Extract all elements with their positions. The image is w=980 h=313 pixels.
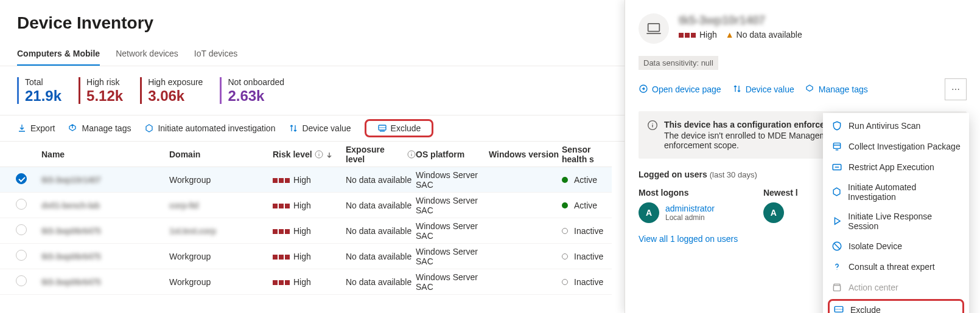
tab-computers-mobile[interactable]: Computers & Mobile xyxy=(17,46,100,66)
cell-name: tk5-3wp06r6475 xyxy=(41,226,169,236)
col-exposure[interactable]: Exposure level xyxy=(346,145,416,164)
table-row[interactable]: tk5-3wp06r6475 1st.test.corp High No dat… xyxy=(0,218,612,244)
stat-high-risk[interactable]: High risk 5.12k xyxy=(79,77,123,104)
row-checkbox[interactable] xyxy=(16,275,27,286)
menu-item-label: Isolate Device xyxy=(849,241,902,251)
exclude-icon xyxy=(833,304,844,313)
row-checkbox[interactable] xyxy=(16,224,27,235)
cell-domain: Workgroup xyxy=(169,252,273,261)
stat-total[interactable]: Total 21.9k xyxy=(17,77,61,104)
ellipsis-icon: ⋯ xyxy=(951,84,960,94)
exclude-button[interactable]: Exclude xyxy=(365,119,434,137)
avatar: A xyxy=(763,202,784,223)
table-row[interactable]: tk5-3wp06r6475 Workgroup High No data av… xyxy=(0,244,612,269)
more-actions-dropdown: Run Antivirus ScanCollect Investigation … xyxy=(823,113,969,313)
stat-total-value: 21.9k xyxy=(25,88,61,104)
logged-users-sub: (last 30 days) xyxy=(710,170,757,179)
menu-item-live-resp[interactable]: Initiate Live Response Session xyxy=(823,207,969,236)
sort-arrows-icon xyxy=(732,84,742,95)
open-device-page-button[interactable]: Open device page xyxy=(639,84,721,95)
avatar: A xyxy=(639,202,659,223)
device-value-button[interactable]: Device value xyxy=(289,123,351,133)
cell-name: dv01-bench-lab xyxy=(41,201,169,210)
menu-item-label: Consult a threat expert xyxy=(849,262,935,272)
row-checkbox[interactable] xyxy=(16,173,27,184)
menu-item-antivirus[interactable]: Run Antivirus Scan xyxy=(823,115,969,136)
menu-item-label: Initiate Live Response Session xyxy=(848,212,961,231)
svg-rect-9 xyxy=(833,286,840,291)
initiate-investigation-label: Initiate automated investigation xyxy=(158,123,275,133)
row-checkbox[interactable] xyxy=(16,250,27,261)
manage-tags-button[interactable]: Manage tags xyxy=(68,123,131,133)
row-checkbox[interactable] xyxy=(16,199,27,210)
menu-item-actioncent: Action center xyxy=(823,277,969,298)
menu-item-consult[interactable]: Consult a threat expert xyxy=(823,256,969,277)
most-logons-title: Most logons xyxy=(639,188,715,198)
menu-item-restrict[interactable]: Restrict App Execution xyxy=(823,157,969,177)
stat-high-exposure-label: High exposure xyxy=(148,77,203,87)
sensitivity-tag: Data sensitivity: null xyxy=(639,56,718,70)
panel-device-value-button[interactable]: Device value xyxy=(732,84,794,95)
panel-manage-tags-button[interactable]: Manage tags xyxy=(805,84,868,95)
cell-risk: High xyxy=(273,252,346,261)
archive-icon xyxy=(831,282,842,293)
svg-rect-3 xyxy=(648,24,660,32)
play-icon xyxy=(831,216,842,227)
table-row[interactable]: dv01-bench-lab corp-ltd High No data ava… xyxy=(0,193,612,218)
stat-high-exposure[interactable]: High exposure 3.06k xyxy=(140,77,203,104)
risk-high-icon xyxy=(273,255,290,260)
cell-health: Active xyxy=(562,201,617,210)
tag-icon xyxy=(805,84,815,95)
laptop-icon xyxy=(639,13,669,44)
col-health[interactable]: Sensor health s xyxy=(562,145,617,164)
risk-high-icon xyxy=(273,204,290,208)
health-dot-icon xyxy=(562,279,568,285)
package-icon xyxy=(831,141,842,152)
user-entry[interactable]: A xyxy=(763,202,798,223)
menu-item-package[interactable]: Collect Investigation Package xyxy=(823,136,969,157)
menu-item-auto-inv[interactable]: Initiate Automated Investigation xyxy=(823,177,969,207)
col-winver[interactable]: Windows version xyxy=(489,150,562,159)
user-entry[interactable]: A administrator Local admin xyxy=(639,202,715,223)
cell-domain: Workgroup xyxy=(169,175,273,185)
logged-users-title: Logged on users xyxy=(639,170,707,179)
health-dot-icon xyxy=(562,177,568,183)
risk-high-icon xyxy=(273,280,290,285)
info-icon xyxy=(315,150,323,159)
tab-iot-devices[interactable]: IoT devices xyxy=(194,46,237,66)
user-link[interactable]: administrator xyxy=(665,204,715,213)
warning-icon: ▲ xyxy=(726,30,734,40)
cell-exposure: No data available xyxy=(346,277,416,287)
cell-exposure: No data available xyxy=(346,201,416,210)
table-row[interactable]: tk5-3wp06r6475 Workgroup High No data av… xyxy=(0,269,612,295)
sort-down-icon xyxy=(326,151,333,158)
device-name: tk5-3wp10r1407 xyxy=(679,13,967,27)
device-risk: High xyxy=(679,30,717,40)
cell-risk: High xyxy=(273,175,346,185)
cell-name: tk5-3wp10r1407 xyxy=(41,175,169,185)
stat-total-label: Total xyxy=(25,77,61,87)
menu-item-label: Collect Investigation Package xyxy=(849,142,961,151)
menu-item-isolate[interactable]: Isolate Device xyxy=(823,236,969,256)
menu-item-exclude[interactable]: Exclude xyxy=(828,299,964,313)
cell-risk: High xyxy=(273,226,346,236)
cell-health: Active xyxy=(562,175,617,185)
exclude-device-icon xyxy=(377,123,387,133)
table-row[interactable]: tk5-3wp10r1407 Workgroup High No data av… xyxy=(0,167,612,193)
more-actions-button[interactable]: ⋯ xyxy=(945,78,967,100)
cell-exposure: No data available xyxy=(346,226,416,236)
tab-network-devices[interactable]: Network devices xyxy=(116,46,178,66)
col-os[interactable]: OS platform xyxy=(416,150,489,159)
cell-os: Windows Server SAC xyxy=(416,221,489,241)
col-domain[interactable]: Domain xyxy=(169,150,273,159)
device-actions: Open device page Device value Manage tag… xyxy=(625,70,980,106)
menu-item-label: Initiate Automated Investigation xyxy=(848,182,961,202)
export-button[interactable]: Export xyxy=(17,123,55,133)
info-icon xyxy=(647,120,658,150)
stat-not-onboarded[interactable]: Not onboarded 2.63k xyxy=(220,77,284,104)
col-risk[interactable]: Risk level xyxy=(273,150,346,159)
export-label: Export xyxy=(30,123,55,133)
initiate-investigation-button[interactable]: Initiate automated investigation xyxy=(144,123,275,133)
menu-item-label: Run Antivirus Scan xyxy=(849,121,920,131)
col-name[interactable]: Name xyxy=(41,150,169,159)
